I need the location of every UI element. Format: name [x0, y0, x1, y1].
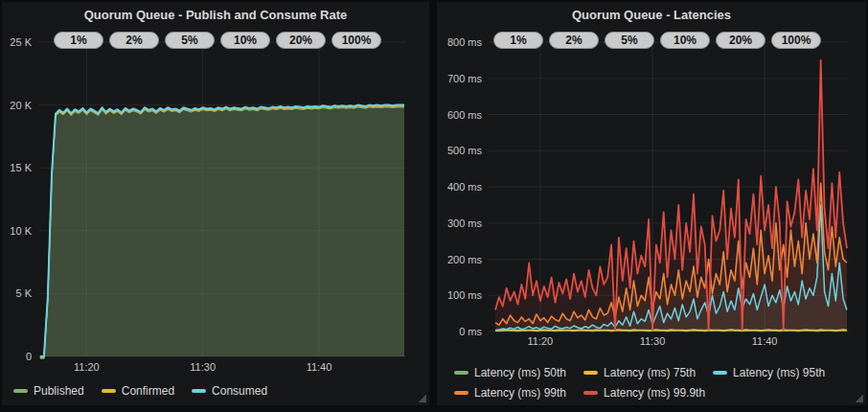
y-axis-label: 10 K [10, 225, 32, 237]
y-axis-label: 100 ms [447, 289, 483, 301]
annotation-pill-5pct[interactable]: 5% [605, 32, 654, 49]
y-axis-label: 25 K [10, 36, 32, 48]
y-axis-label: 20 K [10, 100, 32, 111]
x-axis-label: 11:40 [307, 361, 332, 373]
annotation-pill-2pct[interactable]: 2% [549, 32, 599, 49]
legend-item-latency-ms-99.9th[interactable]: Latency (ms) 99.9th [583, 386, 705, 400]
legend-swatch-icon [713, 371, 727, 375]
y-axis-label: 200 ms [447, 254, 483, 265]
y-axis-label: 400 ms [447, 181, 483, 193]
legend-item-latency-ms-95th[interactable]: Latency (ms) 95th [713, 366, 825, 379]
y-axis-label: 800 ms [447, 36, 483, 48]
y-axis-label: 600 ms [447, 109, 483, 121]
chart-legend: Latency (ms) 50thLatency (ms) 75thLatenc… [454, 366, 825, 400]
annotation-pill-row: 1%2%5%10%20%100% [54, 32, 381, 49]
legend-label: Latency (ms) 99th [474, 386, 566, 400]
annotation-pill-20pct[interactable]: 20% [716, 32, 765, 49]
annotation-pill-100pct[interactable]: 100% [771, 32, 821, 49]
panel-publish-consume-rate: Quorum Queue - Publish and Consume Rate … [2, 2, 429, 405]
legend-item-latency-ms-99th[interactable]: Latency (ms) 99th [454, 386, 566, 400]
annotation-pill-20pct[interactable]: 20% [276, 32, 326, 49]
y-axis-label: 700 ms [447, 73, 483, 84]
publish-consume-chart[interactable]: 25 K20 K15 K10 K5 K011:2011:3011:40 [2, 2, 429, 405]
legend-item-latency-ms-50th[interactable]: Latency (ms) 50th [454, 366, 566, 379]
annotation-pill-100pct[interactable]: 100% [331, 32, 381, 49]
legend-label: Latency (ms) 50th [474, 366, 566, 379]
x-axis-label: 11:20 [74, 361, 100, 373]
legend-label: Latency (ms) 99.9th [604, 386, 705, 400]
annotation-pill-2pct[interactable]: 2% [109, 32, 159, 49]
legend-swatch-icon [454, 371, 468, 375]
legend-item-published[interactable]: Published [13, 384, 84, 398]
annotation-pill-1pct[interactable]: 1% [493, 32, 543, 49]
annotation-pill-row: 1%2%5%10%20%100% [493, 32, 821, 49]
legend-item-consumed[interactable]: Consumed [192, 384, 267, 398]
annotation-pill-10pct[interactable]: 10% [660, 32, 710, 49]
legend-item-latency-ms-75th[interactable]: Latency (ms) 75th [583, 366, 696, 379]
legend-label: Confirmed [122, 384, 174, 398]
y-axis-label: 5 K [15, 287, 32, 299]
x-axis-label: 11:30 [640, 335, 666, 347]
annotation-pill-1pct[interactable]: 1% [54, 32, 103, 49]
panel-latencies: Quorum Queue - Latencies 800 ms700 ms600… [437, 2, 866, 405]
legend-swatch-icon [13, 389, 28, 393]
annotation-pill-5pct[interactable]: 5% [165, 32, 215, 49]
y-axis-label: 0 ms [459, 326, 482, 337]
y-axis-label: 300 ms [447, 217, 483, 229]
grafana-dashboard: Quorum Queue - Publish and Consume Rate … [0, 0, 868, 412]
panel-resize-handle[interactable] [856, 395, 863, 402]
series-line-2 [495, 330, 847, 331]
legend-item-confirmed[interactable]: Confirmed [102, 384, 174, 398]
y-axis-label: 0 [26, 351, 32, 362]
series-fill-3 [40, 105, 404, 356]
chart-legend: PublishedConfirmedConsumed [13, 384, 267, 398]
x-axis-label: 11:40 [752, 335, 778, 347]
legend-label: Latency (ms) 75th [604, 366, 696, 379]
legend-swatch-icon [102, 389, 116, 393]
x-axis-label: 11:30 [190, 361, 216, 373]
legend-label: Latency (ms) 95th [733, 366, 825, 379]
latencies-chart[interactable]: 800 ms700 ms600 ms500 ms400 ms300 ms200 … [437, 2, 866, 405]
annotation-pill-10pct[interactable]: 10% [220, 32, 270, 49]
x-axis-label: 11:20 [528, 335, 554, 347]
legend-swatch-icon [454, 391, 468, 395]
legend-swatch-icon [583, 371, 598, 375]
legend-swatch-icon [583, 391, 598, 395]
legend-label: Consumed [212, 384, 267, 398]
legend-label: Published [34, 384, 84, 398]
y-axis-label: 15 K [10, 162, 32, 173]
y-axis-label: 500 ms [447, 145, 483, 156]
legend-swatch-icon [192, 389, 206, 393]
panel-resize-handle[interactable] [419, 395, 426, 402]
